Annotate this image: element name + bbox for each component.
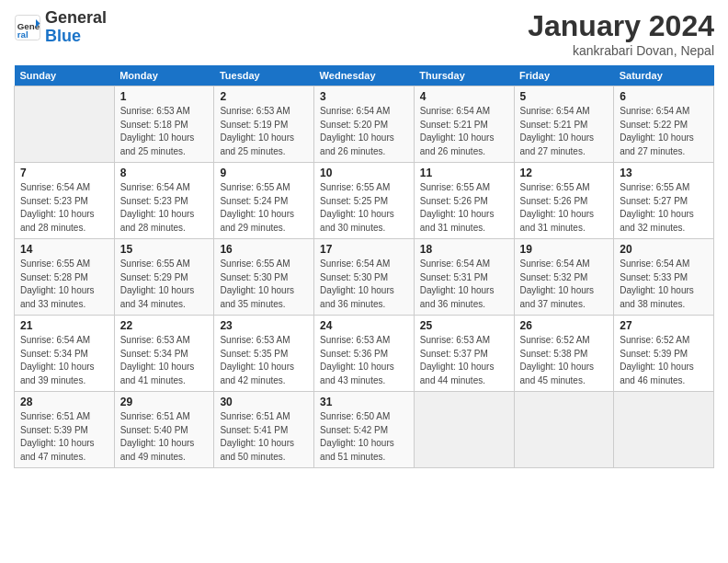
logo-text-block: General Blue: [45, 9, 107, 46]
calendar-page: Gene ral General Blue January 2024 kankr…: [0, 0, 728, 563]
calendar-cell: 7Sunrise: 6:54 AM Sunset: 5:23 PM Daylig…: [15, 163, 115, 239]
day-number: 31: [320, 396, 408, 408]
day-info: Sunrise: 6:54 AM Sunset: 5:23 PM Dayligh…: [20, 181, 108, 235]
day-number: 15: [120, 243, 209, 256]
calendar-week-row: 28Sunrise: 6:51 AM Sunset: 5:39 PM Dayli…: [15, 392, 714, 468]
weekday-header: Wednesday: [314, 65, 415, 86]
svg-text:ral: ral: [17, 29, 28, 39]
day-number: 17: [320, 243, 408, 256]
day-info: Sunrise: 6:53 AM Sunset: 5:34 PM Dayligh…: [120, 334, 209, 387]
day-info: Sunrise: 6:54 AM Sunset: 5:20 PM Dayligh…: [320, 105, 408, 158]
calendar-cell: 8Sunrise: 6:54 AM Sunset: 5:23 PM Daylig…: [114, 163, 214, 239]
day-info: Sunrise: 6:55 AM Sunset: 5:30 PM Dayligh…: [220, 258, 308, 311]
day-info: Sunrise: 6:50 AM Sunset: 5:42 PM Dayligh…: [320, 410, 408, 464]
day-number: 27: [620, 319, 708, 332]
calendar-cell: 9Sunrise: 6:55 AM Sunset: 5:24 PM Daylig…: [214, 163, 314, 239]
day-info: Sunrise: 6:53 AM Sunset: 5:37 PM Dayligh…: [420, 334, 508, 387]
day-number: 20: [620, 243, 708, 256]
day-info: Sunrise: 6:55 AM Sunset: 5:28 PM Dayligh…: [20, 258, 108, 311]
calendar-cell: 1Sunrise: 6:53 AM Sunset: 5:18 PM Daylig…: [114, 86, 214, 163]
day-number: 9: [220, 167, 308, 179]
calendar-cell: 27Sunrise: 6:52 AM Sunset: 5:39 PM Dayli…: [614, 316, 714, 392]
day-number: 10: [320, 167, 408, 179]
calendar-cell: 30Sunrise: 6:51 AM Sunset: 5:41 PM Dayli…: [214, 392, 314, 468]
day-info: Sunrise: 6:54 AM Sunset: 5:31 PM Dayligh…: [420, 258, 508, 311]
location: kankrabari Dovan, Nepal: [528, 43, 714, 58]
day-number: 29: [120, 396, 209, 408]
calendar-week-row: 14Sunrise: 6:55 AM Sunset: 5:28 PM Dayli…: [15, 239, 714, 316]
calendar-cell: 19Sunrise: 6:54 AM Sunset: 5:32 PM Dayli…: [514, 239, 614, 316]
calendar-cell: 22Sunrise: 6:53 AM Sunset: 5:34 PM Dayli…: [114, 316, 214, 392]
calendar-cell: 11Sunrise: 6:55 AM Sunset: 5:26 PM Dayli…: [414, 163, 514, 239]
weekday-header: Monday: [114, 65, 214, 86]
logo-line2: Blue: [45, 28, 107, 46]
calendar-cell: 4Sunrise: 6:54 AM Sunset: 5:21 PM Daylig…: [414, 86, 514, 163]
day-number: 18: [420, 243, 508, 256]
day-info: Sunrise: 6:55 AM Sunset: 5:26 PM Dayligh…: [420, 181, 508, 235]
logo: Gene ral General Blue: [14, 9, 107, 46]
calendar-header: SundayMondayTuesdayWednesdayThursdayFrid…: [15, 65, 714, 86]
day-number: 1: [120, 90, 209, 103]
day-number: 8: [120, 167, 209, 179]
day-number: 28: [20, 396, 108, 408]
weekday-header: Thursday: [414, 65, 514, 86]
day-number: 7: [20, 167, 108, 179]
logo-icon: Gene ral: [14, 14, 41, 41]
calendar-body: 1Sunrise: 6:53 AM Sunset: 5:18 PM Daylig…: [15, 86, 714, 468]
day-info: Sunrise: 6:52 AM Sunset: 5:38 PM Dayligh…: [520, 334, 609, 387]
day-info: Sunrise: 6:54 AM Sunset: 5:33 PM Dayligh…: [620, 258, 708, 311]
calendar-cell: [514, 392, 614, 468]
calendar-cell: 6Sunrise: 6:54 AM Sunset: 5:22 PM Daylig…: [614, 86, 714, 163]
day-info: Sunrise: 6:55 AM Sunset: 5:29 PM Dayligh…: [120, 258, 209, 311]
title-block: January 2024 kankrabari Dovan, Nepal: [528, 9, 714, 58]
day-info: Sunrise: 6:53 AM Sunset: 5:35 PM Dayligh…: [220, 334, 308, 387]
weekday-header: Saturday: [614, 65, 714, 86]
day-info: Sunrise: 6:53 AM Sunset: 5:36 PM Dayligh…: [320, 334, 408, 387]
header: Gene ral General Blue January 2024 kankr…: [14, 9, 714, 58]
day-number: 25: [420, 319, 508, 332]
day-info: Sunrise: 6:53 AM Sunset: 5:19 PM Dayligh…: [220, 105, 308, 158]
weekday-header: Sunday: [15, 65, 115, 86]
day-number: 30: [220, 396, 308, 408]
calendar-cell: 13Sunrise: 6:55 AM Sunset: 5:27 PM Dayli…: [614, 163, 714, 239]
calendar-cell: 20Sunrise: 6:54 AM Sunset: 5:33 PM Dayli…: [614, 239, 714, 316]
day-info: Sunrise: 6:54 AM Sunset: 5:21 PM Dayligh…: [420, 105, 508, 158]
calendar-cell: [614, 392, 714, 468]
calendar-cell: 2Sunrise: 6:53 AM Sunset: 5:19 PM Daylig…: [214, 86, 314, 163]
calendar-week-row: 21Sunrise: 6:54 AM Sunset: 5:34 PM Dayli…: [15, 316, 714, 392]
calendar-week-row: 1Sunrise: 6:53 AM Sunset: 5:18 PM Daylig…: [15, 86, 714, 163]
calendar-cell: 15Sunrise: 6:55 AM Sunset: 5:29 PM Dayli…: [114, 239, 214, 316]
day-number: 4: [420, 90, 508, 103]
calendar-cell: 3Sunrise: 6:54 AM Sunset: 5:20 PM Daylig…: [314, 86, 415, 163]
day-info: Sunrise: 6:54 AM Sunset: 5:22 PM Dayligh…: [620, 105, 708, 158]
day-number: 26: [520, 319, 609, 332]
day-number: 13: [620, 167, 708, 179]
logo-line1: General: [45, 9, 107, 28]
day-number: 12: [520, 167, 609, 179]
weekday-header: Tuesday: [214, 65, 314, 86]
calendar-cell: 23Sunrise: 6:53 AM Sunset: 5:35 PM Dayli…: [214, 316, 314, 392]
day-number: 14: [20, 243, 108, 256]
day-info: Sunrise: 6:54 AM Sunset: 5:32 PM Dayligh…: [520, 258, 609, 311]
calendar-week-row: 7Sunrise: 6:54 AM Sunset: 5:23 PM Daylig…: [15, 163, 714, 239]
calendar-cell: 26Sunrise: 6:52 AM Sunset: 5:38 PM Dayli…: [514, 316, 614, 392]
calendar-cell: 29Sunrise: 6:51 AM Sunset: 5:40 PM Dayli…: [114, 392, 214, 468]
weekday-header: Friday: [514, 65, 614, 86]
day-number: 21: [20, 319, 108, 332]
day-number: 19: [520, 243, 609, 256]
calendar-cell: 14Sunrise: 6:55 AM Sunset: 5:28 PM Dayli…: [15, 239, 115, 316]
day-number: 5: [520, 90, 609, 103]
day-number: 24: [320, 319, 408, 332]
day-number: 22: [120, 319, 209, 332]
calendar-cell: [15, 86, 115, 163]
calendar-cell: 12Sunrise: 6:55 AM Sunset: 5:26 PM Dayli…: [514, 163, 614, 239]
day-info: Sunrise: 6:55 AM Sunset: 5:24 PM Dayligh…: [220, 181, 308, 235]
day-info: Sunrise: 6:55 AM Sunset: 5:26 PM Dayligh…: [520, 181, 609, 235]
calendar-cell: 31Sunrise: 6:50 AM Sunset: 5:42 PM Dayli…: [314, 392, 415, 468]
day-info: Sunrise: 6:54 AM Sunset: 5:23 PM Dayligh…: [120, 181, 209, 235]
calendar-cell: 18Sunrise: 6:54 AM Sunset: 5:31 PM Dayli…: [414, 239, 514, 316]
day-info: Sunrise: 6:55 AM Sunset: 5:25 PM Dayligh…: [320, 181, 408, 235]
day-info: Sunrise: 6:51 AM Sunset: 5:39 PM Dayligh…: [20, 410, 108, 464]
day-number: 3: [320, 90, 408, 103]
header-row: SundayMondayTuesdayWednesdayThursdayFrid…: [15, 65, 714, 86]
